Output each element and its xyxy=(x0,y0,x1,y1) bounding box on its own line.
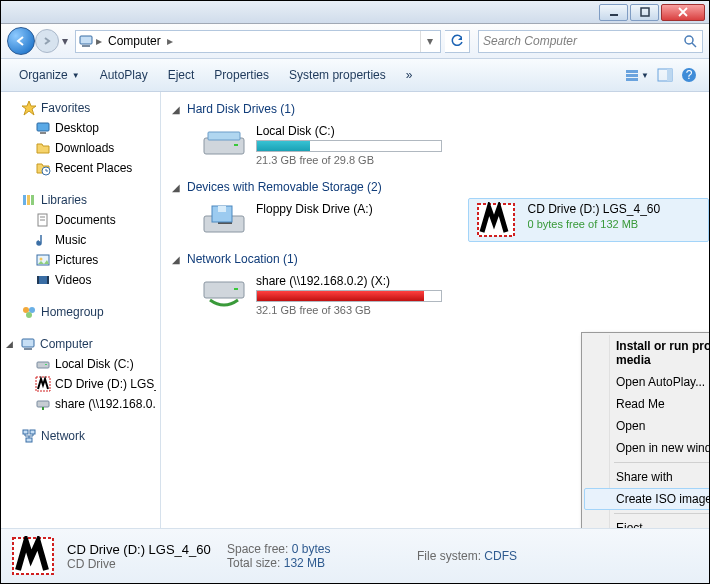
properties-button[interactable]: Properties xyxy=(204,64,279,86)
svg-line-5 xyxy=(692,43,696,47)
svg-rect-32 xyxy=(22,339,34,347)
svg-rect-14 xyxy=(37,123,49,131)
favorites-header[interactable]: Favorites xyxy=(5,98,156,118)
drive-free-text: 32.1 GB free of 363 GB xyxy=(256,304,442,316)
preview-pane-button[interactable] xyxy=(653,66,677,84)
homegroup-header[interactable]: Homegroup xyxy=(5,302,156,322)
organize-menu[interactable]: Organize▼ xyxy=(9,64,90,86)
svg-rect-0 xyxy=(610,14,618,16)
address-bar[interactable]: ▸ Computer ▸ ▾ xyxy=(75,30,441,53)
sidebar-item-videos[interactable]: Videos xyxy=(5,270,156,290)
svg-rect-6 xyxy=(626,70,638,73)
svg-marker-13 xyxy=(22,101,36,115)
content-area: ◢Hard Disk Drives (1) Local Disk (C:) 21… xyxy=(161,92,709,528)
svg-rect-42 xyxy=(234,144,238,146)
category-removable[interactable]: ◢Devices with Removable Storage (2) xyxy=(161,176,709,198)
ctx-share-with[interactable]: Share with▶ xyxy=(584,466,709,488)
help-button[interactable]: ? xyxy=(677,65,701,85)
svg-rect-15 xyxy=(40,132,46,134)
usage-bar xyxy=(256,290,442,302)
history-dropdown[interactable]: ▾ xyxy=(59,27,71,55)
folder-icon xyxy=(35,140,51,156)
category-hdd[interactable]: ◢Hard Disk Drives (1) xyxy=(161,98,709,120)
category-network[interactable]: ◢Network Location (1) xyxy=(161,248,709,270)
svg-rect-43 xyxy=(208,132,240,140)
svg-rect-8 xyxy=(626,78,638,81)
context-menu: Install or run program from your media O… xyxy=(581,332,709,528)
app-icon xyxy=(472,202,520,238)
libraries-header[interactable]: Libraries xyxy=(5,190,156,210)
drive-name: Local Disk (C:) xyxy=(256,124,442,138)
videos-icon xyxy=(35,272,51,288)
address-dropdown[interactable]: ▾ xyxy=(420,31,438,52)
autoplay-button[interactable]: AutoPlay xyxy=(90,64,158,86)
svg-rect-10 xyxy=(667,69,672,81)
view-options-button[interactable]: ▼ xyxy=(621,66,653,84)
details-total-size: 132 MB xyxy=(284,556,325,570)
search-input[interactable]: Search Computer xyxy=(478,30,703,53)
svg-point-31 xyxy=(26,312,32,318)
music-icon xyxy=(35,232,51,248)
ctx-separator xyxy=(614,513,709,514)
computer-header[interactable]: ◢Computer xyxy=(5,334,156,354)
hdd-icon xyxy=(200,124,248,160)
svg-point-25 xyxy=(40,258,43,261)
sidebar-item-music[interactable]: Music xyxy=(5,230,156,250)
floppy-drive-icon xyxy=(200,202,248,238)
eject-button[interactable]: Eject xyxy=(158,64,205,86)
drive-cd-d[interactable]: CD Drive (D:) LGS_4_60 0 bytes free of 1… xyxy=(468,198,710,242)
details-subtitle: CD Drive xyxy=(67,557,217,571)
titlebar xyxy=(1,1,709,24)
svg-rect-7 xyxy=(626,74,638,77)
sidebar-item-cddrive[interactable]: CD Drive (D:) LGS_4_… xyxy=(5,374,156,394)
drive-name: share (\\192.168.0.2) (X:) xyxy=(256,274,442,288)
sidebar-item-documents[interactable]: Documents xyxy=(5,210,156,230)
svg-point-4 xyxy=(685,36,693,44)
ctx-create-iso[interactable]: Create ISO image xyxy=(584,488,709,510)
close-button[interactable] xyxy=(661,4,705,21)
sidebar-item-recent[interactable]: Recent Places xyxy=(5,158,156,178)
disk-icon xyxy=(35,356,51,372)
drive-floppy-a[interactable]: Floppy Disk Drive (A:) xyxy=(196,198,438,242)
nav-back-forward: ▾ xyxy=(7,27,71,55)
breadcrumb-sep[interactable]: ▸ xyxy=(94,34,104,48)
svg-rect-18 xyxy=(27,195,30,205)
app-icon xyxy=(35,376,51,392)
ctx-install-run[interactable]: Install or run program from your media xyxy=(584,335,709,371)
sidebar-item-downloads[interactable]: Downloads xyxy=(5,138,156,158)
sidebar-item-localdisk[interactable]: Local Disk (C:) xyxy=(5,354,156,374)
sidebar-item-pictures[interactable]: Pictures xyxy=(5,250,156,270)
desktop-icon xyxy=(35,120,51,136)
network-drive-icon xyxy=(200,274,248,310)
computer-icon xyxy=(20,336,36,352)
ctx-readme[interactable]: Read Me xyxy=(584,393,709,415)
svg-rect-37 xyxy=(37,401,49,407)
system-properties-button[interactable]: System properties xyxy=(279,64,396,86)
network-header[interactable]: Network xyxy=(5,426,156,446)
minimize-button[interactable] xyxy=(599,4,628,21)
ctx-open[interactable]: Open xyxy=(584,415,709,437)
pictures-icon xyxy=(35,252,51,268)
breadcrumb-computer[interactable]: Computer xyxy=(104,34,165,48)
breadcrumb-sep[interactable]: ▸ xyxy=(165,34,175,48)
forward-button[interactable] xyxy=(35,29,59,53)
nav-bar: ▾ ▸ Computer ▸ ▾ Search Computer xyxy=(1,24,709,59)
back-button[interactable] xyxy=(7,27,35,55)
svg-rect-40 xyxy=(26,438,32,442)
details-pane: CD Drive (D:) LGS_4_60 CD Drive Space fr… xyxy=(1,528,709,583)
sidebar-item-share[interactable]: share (\\192.168.0.2) xyxy=(5,394,156,414)
recent-icon xyxy=(35,160,51,176)
sidebar-item-desktop[interactable]: Desktop xyxy=(5,118,156,138)
ctx-eject[interactable]: Eject xyxy=(584,517,709,528)
drive-name: Floppy Disk Drive (A:) xyxy=(256,202,434,216)
refresh-button[interactable] xyxy=(445,30,470,53)
svg-rect-35 xyxy=(45,364,47,365)
toolbar-overflow[interactable]: » xyxy=(396,64,423,86)
drive-local-c[interactable]: Local Disk (C:) 21.3 GB free of 29.8 GB xyxy=(196,120,446,170)
svg-rect-2 xyxy=(80,36,92,44)
maximize-button[interactable] xyxy=(630,4,659,21)
search-icon xyxy=(682,33,698,49)
ctx-open-new-window[interactable]: Open in new window xyxy=(584,437,709,459)
drive-share-x[interactable]: share (\\192.168.0.2) (X:) 32.1 GB free … xyxy=(196,270,446,320)
ctx-open-autoplay[interactable]: Open AutoPlay... xyxy=(584,371,709,393)
